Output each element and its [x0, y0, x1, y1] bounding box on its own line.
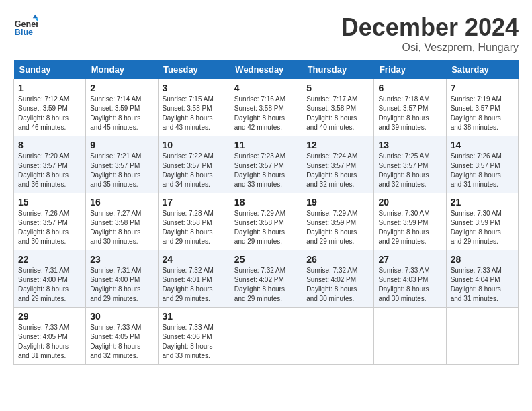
svg-text:Blue: Blue: [15, 28, 33, 37]
day-number: 31: [163, 311, 226, 322]
calendar-cell: 18 Sunrise: 7:29 AMSunset: 3:58 PMDaylig…: [230, 193, 302, 250]
day-info: Sunrise: 7:30 AMSunset: 3:59 PMDaylight:…: [451, 210, 502, 245]
day-info: Sunrise: 7:23 AMSunset: 3:57 PMDaylight:…: [234, 152, 285, 188]
day-number: 28: [451, 254, 514, 265]
day-info: Sunrise: 7:19 AMSunset: 3:57 PMDaylight:…: [451, 95, 502, 131]
day-number: 7: [451, 83, 514, 93]
weekday-header-sunday: Sunday: [14, 60, 86, 79]
day-number: 13: [378, 140, 441, 150]
day-number: 4: [234, 83, 298, 93]
day-number: 30: [90, 311, 153, 322]
month-title: December 2024: [341, 13, 519, 42]
calendar-cell: 2 Sunrise: 7:14 AMSunset: 3:59 PMDayligh…: [86, 79, 158, 136]
day-number: 25: [234, 254, 298, 265]
calendar-cell: 9 Sunrise: 7:21 AMSunset: 3:57 PMDayligh…: [86, 136, 158, 193]
calendar-cell: [446, 308, 518, 365]
calendar-cell: 5 Sunrise: 7:17 AMSunset: 3:58 PMDayligh…: [302, 79, 374, 136]
weekday-header-thursday: Thursday: [302, 60, 374, 79]
calendar-cell: 30 Sunrise: 7:33 AMSunset: 4:05 PMDaylig…: [86, 308, 158, 365]
day-info: Sunrise: 7:15 AMSunset: 3:58 PMDaylight:…: [163, 95, 214, 131]
day-info: Sunrise: 7:29 AMSunset: 3:58 PMDaylight:…: [234, 210, 285, 245]
day-info: Sunrise: 7:33 AMSunset: 4:04 PMDaylight:…: [451, 267, 502, 302]
week-row-2: 8 Sunrise: 7:20 AMSunset: 3:57 PMDayligh…: [14, 136, 519, 193]
day-info: Sunrise: 7:24 AMSunset: 3:57 PMDaylight:…: [306, 152, 357, 188]
day-number: 26: [306, 254, 369, 265]
title-area: December 2024 Osi, Veszprem, Hungary: [341, 13, 519, 54]
day-number: 23: [90, 254, 153, 265]
day-info: Sunrise: 7:29 AMSunset: 3:59 PMDaylight:…: [306, 210, 357, 245]
week-row-1: 1 Sunrise: 7:12 AMSunset: 3:59 PMDayligh…: [14, 79, 519, 136]
day-number: 16: [90, 197, 153, 208]
day-info: Sunrise: 7:20 AMSunset: 3:57 PMDaylight:…: [18, 152, 69, 188]
calendar-cell: 23 Sunrise: 7:31 AMSunset: 4:00 PMDaylig…: [86, 250, 158, 308]
calendar-cell: 16 Sunrise: 7:27 AMSunset: 3:58 PMDaylig…: [86, 193, 158, 250]
day-number: 21: [451, 197, 514, 208]
day-number: 1: [18, 83, 81, 93]
weekday-header-wednesday: Wednesday: [230, 60, 302, 79]
day-info: Sunrise: 7:32 AMSunset: 4:02 PMDaylight:…: [234, 267, 285, 302]
weekday-header-tuesday: Tuesday: [158, 60, 230, 79]
day-number: 3: [163, 83, 226, 93]
day-info: Sunrise: 7:28 AMSunset: 3:58 PMDaylight:…: [163, 210, 214, 245]
day-info: Sunrise: 7:27 AMSunset: 3:58 PMDaylight:…: [90, 210, 141, 245]
day-info: Sunrise: 7:33 AMSunset: 4:06 PMDaylight:…: [163, 324, 214, 359]
calendar-table: SundayMondayTuesdayWednesdayThursdayFrid…: [13, 60, 519, 365]
day-number: 2: [90, 83, 153, 93]
calendar-cell: 11 Sunrise: 7:23 AMSunset: 3:57 PMDaylig…: [230, 136, 302, 193]
week-row-5: 29 Sunrise: 7:33 AMSunset: 4:05 PMDaylig…: [14, 308, 519, 365]
page-header: General Blue December 2024 Osi, Veszprem…: [13, 13, 519, 54]
weekday-header-friday: Friday: [374, 60, 446, 79]
day-info: Sunrise: 7:26 AMSunset: 3:57 PMDaylight:…: [18, 210, 69, 245]
day-info: Sunrise: 7:33 AMSunset: 4:05 PMDaylight:…: [18, 324, 69, 359]
day-number: 19: [306, 197, 369, 208]
calendar-cell: 4 Sunrise: 7:16 AMSunset: 3:58 PMDayligh…: [230, 79, 302, 136]
day-number: 20: [378, 197, 441, 208]
day-info: Sunrise: 7:12 AMSunset: 3:59 PMDaylight:…: [18, 95, 69, 131]
calendar-cell: 21 Sunrise: 7:30 AMSunset: 3:59 PMDaylig…: [446, 193, 518, 250]
calendar-cell: 3 Sunrise: 7:15 AMSunset: 3:58 PMDayligh…: [158, 79, 230, 136]
calendar-cell: [374, 308, 446, 365]
weekday-header-row: SundayMondayTuesdayWednesdayThursdayFrid…: [14, 60, 519, 79]
calendar-cell: 10 Sunrise: 7:22 AMSunset: 3:57 PMDaylig…: [158, 136, 230, 193]
weekday-header-monday: Monday: [86, 60, 158, 79]
week-row-4: 22 Sunrise: 7:31 AMSunset: 4:00 PMDaylig…: [14, 250, 519, 308]
day-info: Sunrise: 7:33 AMSunset: 4:03 PMDaylight:…: [378, 267, 429, 302]
day-info: Sunrise: 7:31 AMSunset: 4:00 PMDaylight:…: [18, 267, 69, 302]
week-row-3: 15 Sunrise: 7:26 AMSunset: 3:57 PMDaylig…: [14, 193, 519, 250]
day-number: 9: [90, 140, 153, 150]
calendar-cell: 31 Sunrise: 7:33 AMSunset: 4:06 PMDaylig…: [158, 308, 230, 365]
day-info: Sunrise: 7:14 AMSunset: 3:59 PMDaylight:…: [90, 95, 141, 131]
day-info: Sunrise: 7:17 AMSunset: 3:58 PMDaylight:…: [306, 95, 357, 131]
day-number: 10: [163, 140, 226, 150]
day-number: 6: [378, 83, 441, 93]
day-info: Sunrise: 7:33 AMSunset: 4:05 PMDaylight:…: [90, 324, 141, 359]
day-number: 5: [306, 83, 369, 93]
logo-icon: General Blue: [13, 13, 38, 38]
day-number: 14: [451, 140, 514, 150]
calendar-cell: 15 Sunrise: 7:26 AMSunset: 3:57 PMDaylig…: [14, 193, 86, 250]
day-number: 29: [18, 311, 81, 322]
calendar-cell: 24 Sunrise: 7:32 AMSunset: 4:01 PMDaylig…: [158, 250, 230, 308]
calendar-cell: 22 Sunrise: 7:31 AMSunset: 4:00 PMDaylig…: [14, 250, 86, 308]
day-info: Sunrise: 7:21 AMSunset: 3:57 PMDaylight:…: [90, 152, 141, 188]
day-number: 11: [234, 140, 298, 150]
day-info: Sunrise: 7:22 AMSunset: 3:57 PMDaylight:…: [163, 152, 214, 188]
calendar-cell: 29 Sunrise: 7:33 AMSunset: 4:05 PMDaylig…: [14, 308, 86, 365]
day-number: 15: [18, 197, 81, 208]
calendar-cell: [302, 308, 374, 365]
day-number: 27: [378, 254, 441, 265]
calendar-cell: 28 Sunrise: 7:33 AMSunset: 4:04 PMDaylig…: [446, 250, 518, 308]
day-info: Sunrise: 7:18 AMSunset: 3:57 PMDaylight:…: [378, 95, 429, 131]
calendar-cell: 19 Sunrise: 7:29 AMSunset: 3:59 PMDaylig…: [302, 193, 374, 250]
calendar-cell: 20 Sunrise: 7:30 AMSunset: 3:59 PMDaylig…: [374, 193, 446, 250]
calendar-cell: 7 Sunrise: 7:19 AMSunset: 3:57 PMDayligh…: [446, 79, 518, 136]
logo: General Blue: [13, 13, 38, 38]
weekday-header-saturday: Saturday: [446, 60, 518, 79]
calendar-cell: 6 Sunrise: 7:18 AMSunset: 3:57 PMDayligh…: [374, 79, 446, 136]
calendar-cell: 13 Sunrise: 7:25 AMSunset: 3:57 PMDaylig…: [374, 136, 446, 193]
calendar-cell: 14 Sunrise: 7:26 AMSunset: 3:57 PMDaylig…: [446, 136, 518, 193]
calendar-cell: [230, 308, 302, 365]
day-info: Sunrise: 7:32 AMSunset: 4:01 PMDaylight:…: [163, 267, 214, 302]
day-info: Sunrise: 7:25 AMSunset: 3:57 PMDaylight:…: [378, 152, 429, 188]
calendar-cell: 1 Sunrise: 7:12 AMSunset: 3:59 PMDayligh…: [14, 79, 86, 136]
